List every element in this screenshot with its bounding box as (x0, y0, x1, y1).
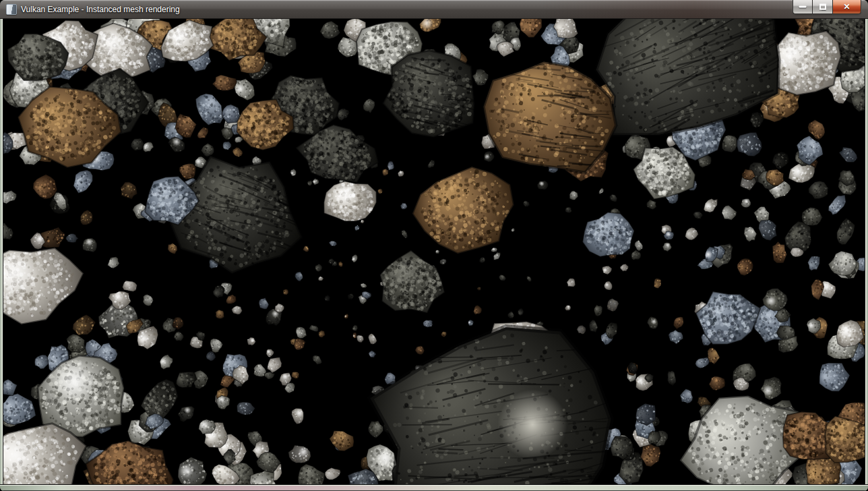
maximize-icon (819, 4, 826, 10)
render-viewport[interactable] (3, 19, 865, 484)
window-body (0, 19, 868, 484)
scene-canvas[interactable] (3, 19, 865, 484)
window-title: Vulkan Example - Instanced mesh renderin… (21, 4, 180, 15)
minimize-button[interactable] (793, 0, 812, 14)
frame-resize-bottom[interactable] (0, 484, 868, 491)
app-window: Vulkan Example - Instanced mesh renderin… (0, 0, 868, 491)
frame-resize-right[interactable] (865, 19, 868, 484)
window-controls: ✕ (793, 0, 861, 14)
close-button[interactable]: ✕ (832, 0, 861, 14)
app-icon (6, 4, 17, 15)
close-icon: ✕ (833, 0, 861, 13)
minimize-icon (799, 6, 807, 8)
maximize-button[interactable] (812, 0, 832, 14)
titlebar[interactable]: Vulkan Example - Instanced mesh renderin… (0, 0, 868, 19)
